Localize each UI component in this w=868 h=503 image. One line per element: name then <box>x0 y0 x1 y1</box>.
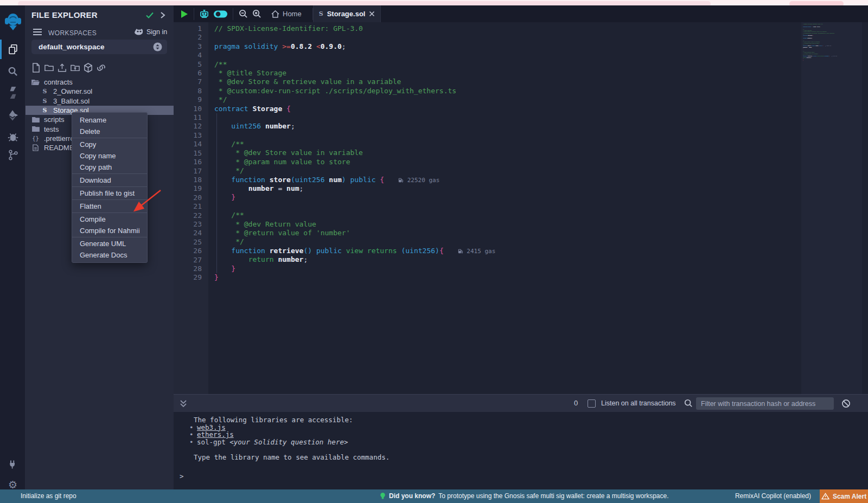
line-number-16[interactable]: 16 <box>174 158 202 166</box>
code-line-20[interactable]: } <box>214 193 495 202</box>
line-number-22[interactable]: 22 <box>174 211 202 220</box>
listen-all-transactions-checkbox[interactable] <box>588 399 596 408</box>
code-line-7[interactable]: * @dev Store & retrieve value in a varia… <box>214 78 495 86</box>
upload-file-button[interactable] <box>58 63 67 73</box>
code-line-13[interactable] <box>214 131 495 140</box>
code-line-26[interactable]: function retrieve() public view returns … <box>214 247 495 255</box>
line-number-29[interactable]: 29 <box>174 273 202 282</box>
code-line-12[interactable]: uint256 number; <box>214 122 495 131</box>
tab-storage-sol[interactable]: S Storage.sol <box>313 5 381 22</box>
line-number-23[interactable]: 23 <box>174 220 202 229</box>
line-number-18[interactable]: 18 <box>174 176 202 184</box>
context-menu-item-rename[interactable]: Rename <box>72 114 147 126</box>
line-number-15[interactable]: 15 <box>174 149 202 158</box>
context-menu-item-copy-path[interactable]: Copy path <box>72 162 147 173</box>
line-number-20[interactable]: 20 <box>174 194 202 202</box>
line-number-13[interactable]: 13 <box>174 131 202 140</box>
code-line-2[interactable] <box>214 33 495 42</box>
close-tab-icon[interactable] <box>369 11 375 17</box>
line-number-4[interactable]: 4 <box>174 51 202 60</box>
line-number-11[interactable]: 11 <box>174 113 202 122</box>
code-line-15[interactable]: * @dev Store value in variable <box>214 149 495 157</box>
code-line-22[interactable]: /** <box>214 211 495 220</box>
code-line-4[interactable] <box>214 51 495 60</box>
file-tree-item-contracts[interactable]: contracts <box>25 78 174 87</box>
zoom-in-button[interactable] <box>252 9 261 18</box>
context-menu-item-generate-docs[interactable]: Generate Docs <box>72 249 147 261</box>
ai-copilot-toggle[interactable] <box>213 10 228 18</box>
code-line-25[interactable]: */ <box>214 237 495 246</box>
line-number-10[interactable]: 10 <box>174 105 202 113</box>
line-number-12[interactable]: 12 <box>174 122 202 131</box>
line-number-7[interactable]: 7 <box>174 78 202 86</box>
code-line-29[interactable]: } <box>214 273 495 282</box>
line-number-27[interactable]: 27 <box>174 256 202 265</box>
context-menu-item-delete[interactable]: Delete <box>72 126 147 137</box>
line-number-26[interactable]: 26 <box>174 247 202 255</box>
run-script-button[interactable] <box>180 10 188 18</box>
copilot-status[interactable]: RemixAI Copilot (enabled) <box>735 492 811 500</box>
tab-home[interactable]: Home <box>265 10 308 18</box>
new-folder-button[interactable] <box>44 63 54 73</box>
file-tree-item-3_Ballot.sol[interactable]: S3_Ballot.sol <box>25 96 174 106</box>
code-line-18[interactable]: function store(uint256 num) public { 225… <box>214 176 495 184</box>
code-line-21[interactable] <box>214 202 495 211</box>
load-from-ipfs-button[interactable] <box>84 63 93 73</box>
code-line-29[interactable]: } <box>803 60 862 61</box>
workspace-select[interactable]: default_workspace <box>31 40 167 54</box>
check-icon[interactable] <box>145 11 154 21</box>
file-tree-item-2_Owner.sol[interactable]: S2_Owner.sol <box>25 87 174 96</box>
remix-logo[interactable] <box>0 10 25 33</box>
code-line-10[interactable]: contract Storage { <box>214 105 495 113</box>
workspaces-menu-icon[interactable] <box>33 28 42 38</box>
code-line-19[interactable]: number = num; <box>214 184 495 193</box>
editor-gutter[interactable]: 1234567891011121314151617181920212223242… <box>174 24 202 282</box>
sidebar-item-debugger[interactable] <box>0 127 25 146</box>
context-menu-item-compile-for-nahmii[interactable]: Compile for Nahmii <box>72 225 147 236</box>
context-menu-item-generate-uml[interactable]: Generate UML <box>72 238 147 249</box>
line-number-5[interactable]: 5 <box>174 60 202 69</box>
terminal-prompt[interactable]: > <box>180 473 868 480</box>
sidebar-item-solidity-compiler[interactable] <box>0 83 25 102</box>
line-number-24[interactable]: 24 <box>174 229 202 237</box>
terminal-search-icon[interactable] <box>684 399 693 410</box>
code-line-28[interactable]: } <box>214 265 495 273</box>
sidebar-item-file-explorer[interactable] <box>0 40 25 59</box>
terminal-collapse-button[interactable] <box>180 399 187 410</box>
context-menu-item-copy[interactable]: Copy <box>72 139 147 150</box>
terminal[interactable]: The following libraries are accessible: … <box>174 412 868 489</box>
remixai-assistant-button[interactable] <box>199 9 209 19</box>
line-number-25[interactable]: 25 <box>174 238 202 247</box>
web3js-link[interactable]: web3.js <box>197 424 226 431</box>
line-number-14[interactable]: 14 <box>174 140 202 149</box>
sidebar-item-git[interactable] <box>0 145 25 165</box>
code-line-8[interactable]: * @custom:dev-run-script ./scripts/deplo… <box>214 87 495 95</box>
ethersjs-link[interactable]: ethers.js <box>197 431 234 438</box>
code-lines[interactable]: // SPDX-License-Identifier: GPL-3.0pragm… <box>214 24 495 282</box>
line-number-28[interactable]: 28 <box>174 265 202 273</box>
line-number-8[interactable]: 8 <box>174 87 202 95</box>
sidebar-item-plugin-manager[interactable] <box>0 454 25 474</box>
code-line-16[interactable]: * @param num value to store <box>214 158 495 166</box>
line-number-19[interactable]: 19 <box>174 184 202 193</box>
code-line-3[interactable]: pragma solidity >=0.8.2 <0.9.0; <box>214 42 495 51</box>
line-number-3[interactable]: 3 <box>174 42 202 51</box>
code-line-17[interactable]: */ <box>214 166 495 175</box>
sidebar-item-deploy-and-run[interactable] <box>0 105 25 125</box>
panel-chevron-icon[interactable] <box>159 11 166 21</box>
line-number-9[interactable]: 9 <box>174 95 202 104</box>
line-number-6[interactable]: 6 <box>174 69 202 78</box>
scam-alert-button[interactable]: Scam Alert <box>820 489 868 503</box>
code-line-14[interactable]: /** <box>214 140 495 149</box>
code-line-11[interactable] <box>214 113 495 122</box>
clear-terminal-icon[interactable] <box>841 399 851 410</box>
new-file-button[interactable] <box>31 63 41 73</box>
sidebar-item-search[interactable] <box>0 61 25 81</box>
minimap[interactable]: // SPDX-License-Identifier: GPL-3.0pragm… <box>801 22 862 394</box>
code-line-23[interactable]: * @dev Return value <box>214 220 495 229</box>
line-number-2[interactable]: 2 <box>174 33 202 42</box>
code-line-24[interactable]: * @return value of 'number' <box>214 229 495 237</box>
zoom-out-button[interactable] <box>239 9 248 18</box>
line-number-21[interactable]: 21 <box>174 202 202 211</box>
init-git-repo-button[interactable]: Initialize as git repo <box>21 492 76 500</box>
